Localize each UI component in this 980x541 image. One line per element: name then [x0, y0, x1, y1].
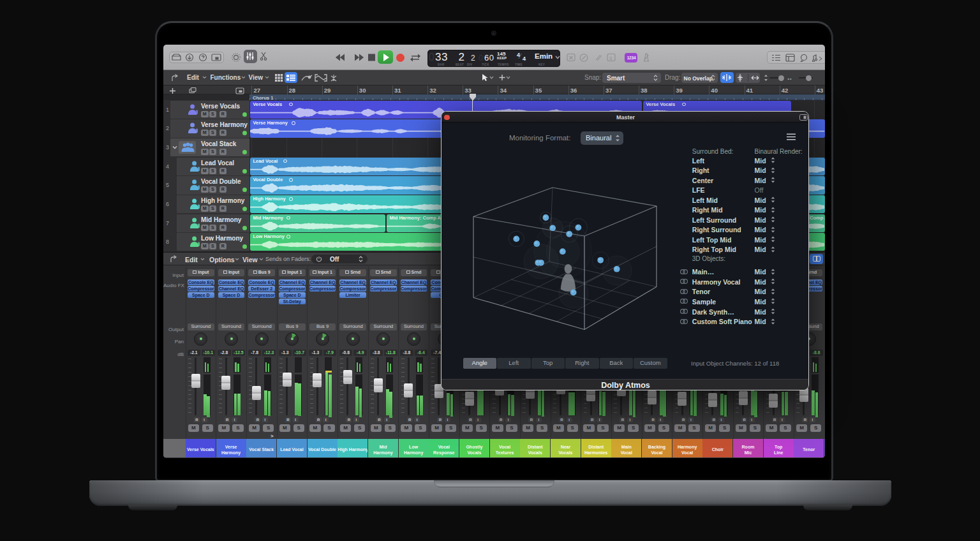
svg-text:S: S — [609, 56, 612, 61]
